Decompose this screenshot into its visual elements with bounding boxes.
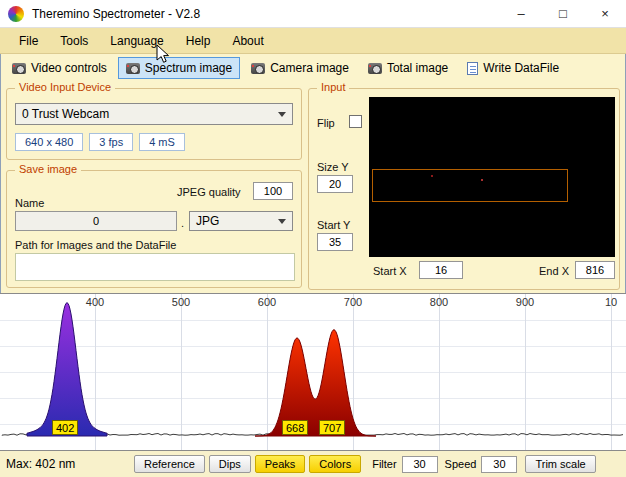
axis-tick-label: 500 [167,296,195,308]
flip-checkbox[interactable] [349,115,362,128]
path-label: Path for Images and the DataFile [15,239,176,251]
save-image-group: Save image JPEG quality Name . JPG Path … [6,170,302,288]
group-title: Video Input Device [15,81,115,93]
app-logo-icon [8,6,24,22]
reference-button[interactable]: Reference [134,455,205,473]
end-x-input[interactable] [575,261,615,279]
maximize-button[interactable]: □ [542,0,584,28]
flip-label: Flip [317,117,335,129]
menu-about[interactable]: About [221,30,274,52]
end-x-label: End X [539,265,569,277]
peak-label: 402 [52,420,78,435]
camera-icon [368,63,382,74]
tab-camera-image[interactable]: Camera image [243,57,357,79]
group-title: Save image [15,163,81,175]
tab-spectrum-image[interactable]: Spectrum image [118,57,240,79]
chevron-down-icon [278,219,286,224]
peak-label: 668 [282,420,308,435]
dips-button[interactable]: Dips [209,455,251,473]
jpeg-quality-input[interactable] [253,182,293,200]
image-format-value: JPG [196,214,219,228]
peaks-button[interactable]: Peaks [255,455,306,473]
capture-region-rect[interactable] [372,169,568,202]
path-input[interactable] [15,253,295,281]
image-name-input[interactable] [15,211,177,231]
axis-tick-label: 800 [425,296,453,308]
toolbar: Video controls Spectrum image Camera ima… [4,56,567,80]
video-device-value: 0 Trust Webcam [22,107,109,121]
size-y-input[interactable] [317,175,353,193]
axis-tick-label: 700 [339,296,367,308]
camera-preview[interactable] [369,97,615,257]
colors-button[interactable]: Colors [309,455,361,473]
image-format-select[interactable]: JPG [189,211,293,231]
tab-label: Video controls [31,61,107,75]
resolution-badge: 640 x 480 [15,133,83,151]
camera-icon [12,63,26,74]
speed-input[interactable] [481,456,517,473]
axis-tick-label: 600 [253,296,281,308]
video-stats-row: 640 x 480 3 fps 4 mS [15,133,185,151]
window-title: Theremino Spectrometer - V2.8 [32,7,200,21]
axis-tick-label: 400 [81,296,109,308]
tab-label: Camera image [270,61,349,75]
mouse-cursor-icon [156,44,170,64]
video-input-group: Video Input Device 0 Trust Webcam 640 x … [6,88,302,160]
datafile-icon [467,62,478,75]
filter-input[interactable] [402,456,438,473]
camera-icon [251,63,265,74]
tab-video-controls[interactable]: Video controls [4,57,115,79]
chevron-down-icon [278,112,286,117]
input-group: Input Flip Size Y Start Y Start X End X [308,88,620,290]
jpeg-quality-label: JPEG quality [177,186,241,198]
max-wavelength-readout: Max: 402 nm [6,457,134,471]
axis-tick-label: 900 [511,296,539,308]
tab-label: Total image [387,61,448,75]
video-device-select[interactable]: 0 Trust Webcam [15,103,293,125]
close-button[interactable]: × [584,0,626,28]
minimize-button[interactable]: – [500,0,542,28]
spectrum-chart: 40050060070080090010402668707 [0,293,626,451]
start-y-input[interactable] [317,233,353,251]
speed-label: Speed [445,458,477,470]
filter-label: Filter [372,458,396,470]
tab-write-datafile[interactable]: Write DataFile [459,57,567,79]
trim-scale-button[interactable]: Trim scale [525,455,595,473]
group-title: Input [317,81,349,93]
menu-help[interactable]: Help [175,30,222,52]
preview-dot [431,175,433,177]
app-window: Theremino Spectrometer - V2.8 – □ × File… [0,0,626,477]
fps-badge: 3 fps [89,133,133,151]
dot-separator: . [181,217,184,229]
menu-tools[interactable]: Tools [49,30,99,52]
spectrum-plot [0,294,626,450]
start-x-label: Start X [373,265,407,277]
start-y-label: Start Y [317,219,350,231]
tab-label: Write DataFile [483,61,559,75]
latency-badge: 4 mS [139,133,185,151]
tab-total-image[interactable]: Total image [360,57,456,79]
camera-icon [126,63,140,74]
start-x-input[interactable] [419,261,463,279]
size-y-label: Size Y [317,161,349,173]
preview-dot [481,179,483,181]
menu-bar: File Tools Language Help About [0,28,626,54]
axis-tick-label: 10 [597,296,625,308]
name-label: Name [15,197,44,209]
title-bar: Theremino Spectrometer - V2.8 – □ × [0,0,626,28]
menu-file[interactable]: File [8,30,49,52]
status-bar: Max: 402 nm Reference Dips Peaks Colors … [0,451,626,477]
peak-label: 707 [319,420,345,435]
